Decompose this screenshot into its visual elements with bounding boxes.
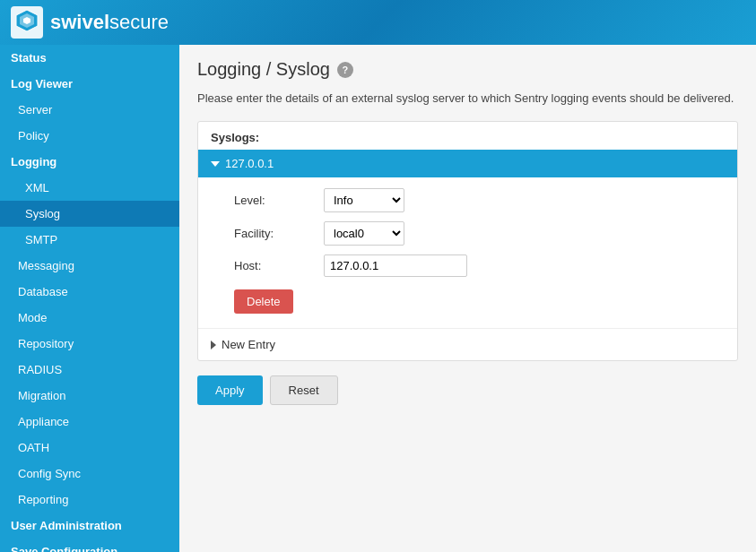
description: Please enter the details of an external …	[197, 91, 738, 107]
sidebar-item-reporting[interactable]: Reporting	[0, 487, 179, 513]
sidebar-item-status[interactable]: Status	[0, 45, 179, 71]
syslogs-label: Syslogs:	[198, 122, 737, 150]
page-title: Logging / Syslog	[197, 59, 330, 80]
sidebar-item-xml[interactable]: XML	[0, 175, 179, 201]
sidebar: Status Log Viewer Server Policy Logging …	[0, 45, 179, 552]
sidebar-item-policy[interactable]: Policy	[0, 123, 179, 149]
sidebar-item-configsync[interactable]: Config Sync	[0, 461, 179, 487]
logo-icon	[11, 6, 43, 39]
facility-control: local0 local1 local2 local3 local4 local…	[324, 221, 404, 246]
level-row: Level: Info Debug Warning Error	[234, 188, 719, 212]
host-label: Host:	[234, 259, 324, 272]
action-row: Apply Reset	[197, 375, 738, 414]
sidebar-item-oath[interactable]: OATH	[0, 435, 179, 461]
sidebar-item-radius[interactable]: RADIUS	[0, 357, 179, 383]
sidebar-item-smtp[interactable]: SMTP	[0, 227, 179, 253]
new-entry-label: New Entry	[222, 338, 275, 351]
host-row: Host:	[234, 254, 719, 277]
form-panel: Syslogs: 127.0.0.1 Level: Info Debug War…	[197, 121, 738, 361]
help-icon[interactable]: ?	[337, 62, 353, 78]
facility-label: Facility:	[234, 227, 324, 240]
logo-container: swivelsecure	[11, 6, 169, 39]
sidebar-item-database[interactable]: Database	[0, 279, 179, 305]
delete-button[interactable]: Delete	[234, 289, 293, 314]
level-select[interactable]: Info Debug Warning Error	[324, 188, 404, 212]
sidebar-item-saveconfig[interactable]: Save Configuration	[0, 539, 179, 552]
sidebar-item-mode[interactable]: Mode	[0, 305, 179, 331]
main-layout: Status Log Viewer Server Policy Logging …	[0, 45, 756, 552]
facility-select[interactable]: local0 local1 local2 local3 local4 local…	[324, 221, 404, 246]
content-area: Logging / Syslog ? Please enter the deta…	[179, 45, 756, 552]
sidebar-item-migration[interactable]: Migration	[0, 383, 179, 409]
collapse-icon	[211, 161, 220, 167]
sidebar-item-repository[interactable]: Repository	[0, 331, 179, 357]
sidebar-item-logging[interactable]: Logging	[0, 149, 179, 175]
reset-button[interactable]: Reset	[270, 375, 338, 405]
syslog-fields: Level: Info Debug Warning Error Facility…	[198, 177, 737, 328]
level-control: Info Debug Warning Error	[324, 188, 404, 212]
page-title-row: Logging / Syslog ?	[197, 59, 738, 80]
syslog-entry-ip: 127.0.0.1	[225, 157, 274, 170]
facility-row: Facility: local0 local1 local2 local3 lo…	[234, 221, 719, 246]
apply-button[interactable]: Apply	[197, 375, 263, 405]
host-control	[324, 254, 467, 277]
syslog-entry-header[interactable]: 127.0.0.1	[198, 150, 737, 177]
sidebar-item-logviewer[interactable]: Log Viewer	[0, 71, 179, 97]
level-label: Level:	[234, 194, 324, 207]
expand-icon	[211, 341, 216, 349]
sidebar-item-appliance[interactable]: Appliance	[0, 409, 179, 435]
sidebar-item-syslog[interactable]: Syslog	[0, 201, 179, 227]
sidebar-item-server[interactable]: Server	[0, 97, 179, 123]
logo-text: swivelsecure	[50, 11, 169, 34]
host-input[interactable]	[324, 254, 467, 277]
header: swivelsecure	[0, 0, 756, 45]
sidebar-item-messaging[interactable]: Messaging	[0, 253, 179, 279]
new-entry-row[interactable]: New Entry	[198, 328, 737, 360]
sidebar-item-useradmin[interactable]: User Administration	[0, 513, 179, 539]
